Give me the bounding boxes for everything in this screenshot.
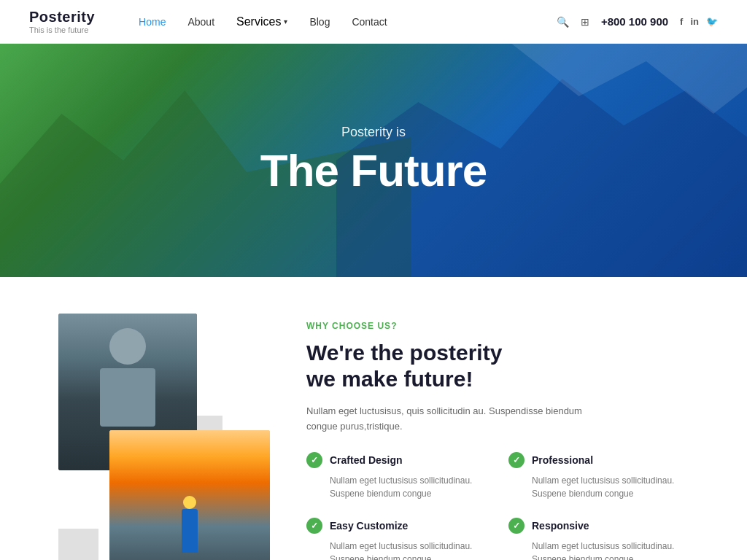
nav-home[interactable]: Home	[139, 16, 166, 28]
hero-section: Posterity is The Future	[0, 44, 747, 277]
hero-subtitle: Posterity is	[260, 125, 487, 140]
feature-desc: Nullam eget luctusisus sollicitudinau. S…	[508, 474, 689, 500]
section-title-line1: We're the posterity	[306, 341, 502, 365]
feature-header: Crafted Design	[306, 452, 487, 468]
main-nav: Home About Services ▾ Blog Contact	[139, 15, 557, 28]
nav-blog[interactable]: Blog	[309, 16, 330, 28]
feature-desc: Nullam eget luctusisus sollicitudinau. S…	[508, 540, 689, 560]
feature-header: Easy Customize	[306, 518, 487, 534]
section-title-line2: we make future!	[306, 367, 473, 391]
hero-content: Posterity is The Future	[260, 125, 487, 195]
facebook-icon[interactable]: f	[680, 16, 683, 27]
image-collage	[58, 314, 270, 560]
feature-item: Responsive Nullam eget luctusisus sollic…	[508, 518, 689, 560]
about-content: WHY CHOOSE US? We're the posterity we ma…	[306, 314, 689, 560]
header-right: 🔍 ⊞ +800 100 900 f in 🐦	[557, 15, 718, 28]
feature-header: Professional	[508, 452, 689, 468]
check-icon	[306, 452, 322, 468]
feature-desc: Nullam eget luctusisus sollicitudinau. S…	[306, 540, 487, 560]
section-title: We're the posterity we make future!	[306, 340, 689, 392]
check-icon	[306, 518, 322, 534]
person-on-mountain	[109, 430, 270, 560]
feature-name: Responsive	[532, 520, 589, 532]
linkedin-icon[interactable]: in	[690, 16, 699, 27]
twitter-icon[interactable]: 🐦	[706, 16, 718, 27]
nav-about[interactable]: About	[187, 16, 214, 28]
collage-image-bottom	[109, 430, 270, 560]
feature-item: Crafted Design Nullam eget luctusisus so…	[306, 452, 487, 500]
feature-item: Easy Customize Nullam eget luctusisus so…	[306, 518, 487, 560]
feature-item: Professional Nullam eget luctusisus soll…	[508, 452, 689, 500]
section-label: WHY CHOOSE US?	[306, 321, 689, 331]
feature-desc: Nullam eget luctusisus sollicitudinau. S…	[306, 474, 487, 500]
nav-services[interactable]: Services ▾	[236, 15, 287, 28]
check-icon	[508, 452, 525, 468]
section-description: Nullam eget luctusisus, quis sollicitudi…	[306, 404, 584, 435]
hero-title: The Future	[260, 146, 487, 195]
check-icon	[508, 518, 525, 534]
feature-name: Easy Customize	[330, 520, 408, 532]
phone-number: +800 100 900	[601, 15, 668, 28]
feature-name: Professional	[532, 454, 593, 466]
feature-name: Crafted Design	[330, 454, 403, 466]
chevron-down-icon: ▾	[284, 18, 287, 26]
search-icon[interactable]: 🔍	[557, 16, 569, 28]
social-icons: f in 🐦	[680, 16, 718, 27]
features-grid: Crafted Design Nullam eget luctusisus so…	[306, 452, 689, 560]
logo-tagline: This is the future	[29, 26, 95, 34]
logo: Posterity This is the future	[29, 9, 95, 34]
nav-contact[interactable]: Contact	[352, 16, 387, 28]
site-header: Posterity This is the future Home About …	[0, 0, 747, 44]
logo-name: Posterity	[29, 9, 95, 26]
feature-header: Responsive	[508, 518, 689, 534]
grid-icon[interactable]: ⊞	[581, 16, 589, 28]
decorative-square-2	[58, 529, 98, 560]
about-section: WHY CHOOSE US? We're the posterity we ma…	[0, 277, 747, 560]
